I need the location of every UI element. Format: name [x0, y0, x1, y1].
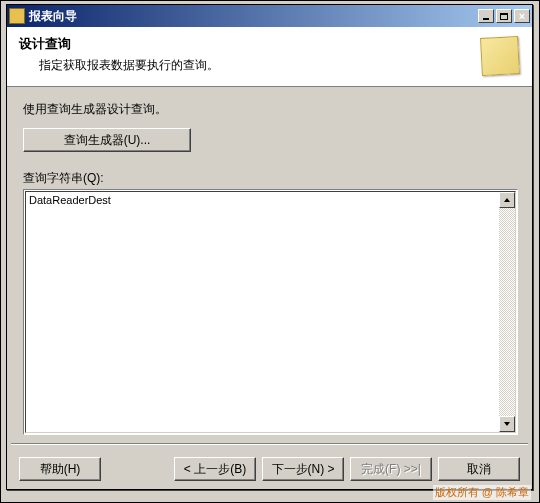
- close-button[interactable]: ×: [514, 9, 530, 23]
- copyright-watermark: 版权所有 @ 陈希章: [433, 485, 531, 500]
- next-button[interactable]: 下一步(N) >: [262, 457, 344, 481]
- separator: [11, 443, 528, 445]
- wizard-header: 设计查询 指定获取报表数据要执行的查询。: [7, 27, 532, 87]
- window-controls: ×: [478, 9, 530, 23]
- wizard-dialog: 报表向导 × 设计查询 指定获取报表数据要执行的查询。 使用查询生成器设计查询。…: [6, 4, 533, 490]
- minimize-button[interactable]: [478, 9, 494, 23]
- query-string-label: 查询字符串(Q):: [23, 170, 516, 187]
- cancel-button[interactable]: 取消: [438, 457, 520, 481]
- screenshot-frame: 报表向导 × 设计查询 指定获取报表数据要执行的查询。 使用查询生成器设计查询。…: [0, 0, 540, 503]
- note-icon: [480, 36, 520, 76]
- finish-button: 完成(F) >>|: [350, 457, 432, 481]
- instruction-text: 使用查询生成器设计查询。: [23, 101, 516, 118]
- scroll-track[interactable]: [499, 208, 515, 416]
- vertical-scrollbar[interactable]: [499, 192, 515, 432]
- app-icon: [9, 8, 25, 24]
- scroll-up-button[interactable]: [499, 192, 515, 208]
- scroll-down-button[interactable]: [499, 416, 515, 432]
- help-button[interactable]: 帮助(H): [19, 457, 101, 481]
- query-builder-button[interactable]: 查询生成器(U)...: [23, 128, 191, 152]
- page-subtitle: 指定获取报表数据要执行的查询。: [39, 57, 520, 74]
- page-title: 设计查询: [19, 35, 520, 53]
- query-string-input[interactable]: DataReaderDest: [26, 192, 499, 432]
- back-button[interactable]: < 上一步(B): [174, 457, 256, 481]
- query-string-field-wrap: DataReaderDest: [23, 189, 518, 435]
- maximize-button[interactable]: [496, 9, 512, 23]
- wizard-footer: 帮助(H) < 上一步(B) 下一步(N) > 完成(F) >>| 取消: [7, 457, 532, 481]
- titlebar[interactable]: 报表向导 ×: [7, 5, 532, 27]
- window-title: 报表向导: [29, 8, 478, 25]
- wizard-body: 使用查询生成器设计查询。 查询生成器(U)... 查询字符串(Q): DataR…: [7, 87, 532, 445]
- header-image: [477, 33, 522, 81]
